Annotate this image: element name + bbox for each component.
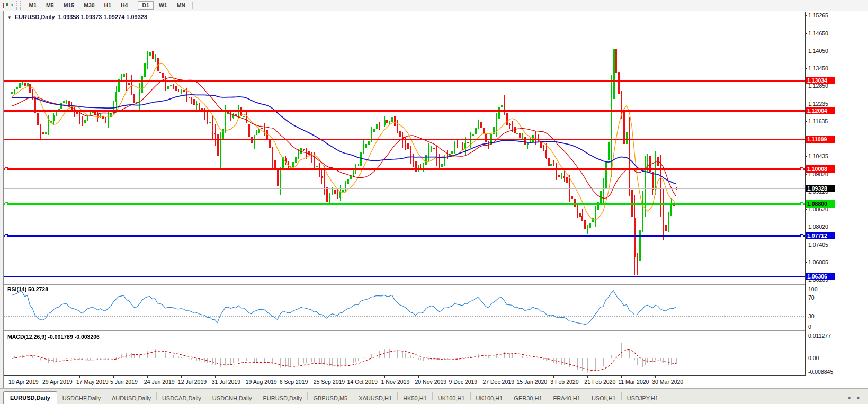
date-tick-mark xyxy=(587,376,588,378)
level-price-label: 1.12004 xyxy=(806,107,835,114)
level-line-1-11009[interactable] xyxy=(4,139,805,140)
level-line-1-06306[interactable] xyxy=(4,276,805,277)
date-tick-mark xyxy=(621,376,622,378)
chart-tab-uk100-h1[interactable]: UK100,H1 xyxy=(471,392,508,404)
chart-tab-bar: EURUSD,DailyUSDCHF,DailyAUDUSD,DailyUSDC… xyxy=(0,388,868,404)
chart-tab-usdcad-daily[interactable]: USDCAD,Daily xyxy=(157,392,207,404)
chart-tab-ger30-h1[interactable]: GER30,H1 xyxy=(508,392,547,404)
toolbar-separator xyxy=(192,2,193,9)
chart-tab-usoil-h1[interactable]: USOil,H1 xyxy=(586,392,621,404)
tab-scroll-right-icon[interactable]: ► xyxy=(854,395,864,400)
price-tick-mark xyxy=(805,104,807,104)
timeframe-button-m5[interactable]: M5 xyxy=(42,1,58,10)
date-tick-mark xyxy=(249,376,249,378)
date-label: 1 Nov 2019 xyxy=(381,379,410,385)
macd-canvas[interactable] xyxy=(4,331,805,375)
timeframe-button-h1[interactable]: H1 xyxy=(100,1,115,10)
date-tick-mark xyxy=(486,376,486,378)
line-left-handle[interactable] xyxy=(5,234,8,237)
price-tick-mark xyxy=(805,51,807,51)
rsi-axis-label: 100 xyxy=(808,286,866,293)
price-tick-mark xyxy=(805,15,807,16)
date-tick-mark xyxy=(418,376,419,378)
price-tick-mark xyxy=(805,174,807,175)
date-tick-mark xyxy=(351,376,351,378)
date-label: 17 May 2019 xyxy=(76,379,109,385)
current-price-label: 1.09328 xyxy=(806,185,835,192)
timeframe-button-d1[interactable]: D1 xyxy=(138,1,153,10)
timeframe-button-m15[interactable]: M15 xyxy=(59,1,78,10)
level-line-1-13034[interactable] xyxy=(4,80,805,82)
macd-axis-label: 0.011277 xyxy=(808,333,866,339)
price-tick-label: 1.14650 xyxy=(808,30,866,37)
timeframe-button-m1[interactable]: M1 xyxy=(25,1,41,10)
date-label: 29 Apr 2019 xyxy=(42,379,73,385)
chart-dropdown-icon[interactable]: ▼ xyxy=(7,15,12,20)
date-tick-mark xyxy=(79,376,80,378)
price-tick-mark xyxy=(805,33,807,34)
chart-tab-fra40-h1[interactable]: FRA40,H1 xyxy=(548,392,586,404)
line-right-handle[interactable] xyxy=(800,234,803,237)
date-tick-mark xyxy=(317,376,317,378)
timeframe-toolbar: ▾ M1M5M15M30H1H4D1W1MN xyxy=(0,0,868,11)
chart-style-icon[interactable] xyxy=(2,2,10,9)
date-tick-mark xyxy=(520,376,520,378)
date-label: 27 Dec 2019 xyxy=(482,379,514,385)
date-label: 12 Jul 2019 xyxy=(178,379,207,385)
chart-tab-usdcnh-daily[interactable]: USDCNH,Daily xyxy=(207,392,257,404)
date-label: 14 Oct 2019 xyxy=(347,379,378,385)
date-tick-mark xyxy=(46,376,46,378)
line-left-handle[interactable] xyxy=(5,167,8,170)
chart-tab-gbpusd-m5[interactable]: GBPUSD,M5 xyxy=(308,392,353,404)
price-tick-mark xyxy=(805,68,807,69)
rsi-canvas[interactable] xyxy=(4,285,805,330)
chart-tab-eurusd-daily[interactable]: EURUSD,Daily xyxy=(257,392,307,404)
chart-tab-eurusd-daily[interactable]: EURUSD,Daily xyxy=(3,391,57,404)
date-label: 11 Mar 2020 xyxy=(618,379,649,385)
date-label: 6 Sep 2019 xyxy=(280,379,308,385)
chevron-down-icon[interactable]: ▾ xyxy=(11,3,13,7)
macd-axis-label: 0.00 xyxy=(808,355,866,362)
line-right-handle[interactable] xyxy=(800,167,803,170)
line-right-handle[interactable] xyxy=(800,202,803,205)
chart-tab-hk50-h1[interactable]: HK50,H1 xyxy=(398,392,432,404)
date-tick-mark xyxy=(655,376,656,378)
tab-scroll-left-icon[interactable]: ◄ xyxy=(844,395,854,400)
date-label: 24 Jun 2019 xyxy=(144,379,175,385)
price-chart-canvas[interactable] xyxy=(4,12,805,284)
price-tick-mark xyxy=(805,209,807,210)
timeframe-button-mn[interactable]: MN xyxy=(173,1,190,10)
level-line-1-10008[interactable] xyxy=(4,168,805,170)
rsi-axis-label: 70 xyxy=(808,294,866,301)
chart-tab-uk100-h1[interactable]: UK100,H1 xyxy=(433,392,470,404)
price-tick-mark xyxy=(805,227,807,227)
date-label: 30 Mar 2020 xyxy=(652,379,683,385)
macd-pane: MACD(12,26,9) -0.001789 -0.003206 xyxy=(4,331,805,375)
timeframe-button-h4[interactable]: H4 xyxy=(117,1,132,10)
level-line-1-08800[interactable] xyxy=(4,203,805,205)
price-tick-label: 1.10435 xyxy=(808,153,866,160)
chart-tab-usdjpy-h1[interactable]: USDJPY,H1 xyxy=(622,392,664,404)
toolbar-separator xyxy=(135,2,135,9)
current-price-line xyxy=(4,188,805,189)
date-label: 20 Nov 2019 xyxy=(415,379,447,385)
price-tick-label: 1.15265 xyxy=(808,12,866,19)
date-label: 9 Dec 2019 xyxy=(449,379,477,385)
time-axis[interactable]: 10 Apr 201929 Apr 201917 May 20195 Jun 2… xyxy=(4,376,805,388)
chart-title: ▼EURUSD,Daily 1.09358 1.09373 1.09274 1.… xyxy=(7,14,147,20)
price-axis[interactable]: 1.152651.146501.140501.134501.128501.122… xyxy=(806,12,868,376)
date-label: 15 Jan 2020 xyxy=(516,379,547,385)
toolbar-grip[interactable] xyxy=(16,1,21,10)
date-tick-mark xyxy=(181,376,182,378)
chart-tab-audusd-daily[interactable]: AUDUSD,Daily xyxy=(106,392,156,404)
rsi-label: RSI(14) 50.2728 xyxy=(7,286,48,292)
rsi-axis-label: 0 xyxy=(808,324,866,330)
level-line-1-07712[interactable] xyxy=(4,235,805,237)
price-tick-label: 1.13450 xyxy=(808,65,866,72)
timeframe-button-w1[interactable]: W1 xyxy=(155,1,172,10)
level-line-1-12004[interactable] xyxy=(4,110,805,112)
line-left-handle[interactable] xyxy=(5,202,8,205)
timeframe-button-m30[interactable]: M30 xyxy=(79,1,99,10)
chart-tab-xauusd-h1[interactable]: XAUUSD,H1 xyxy=(353,392,397,404)
chart-tab-usdchf-daily[interactable]: USDCHF,Daily xyxy=(57,392,106,404)
